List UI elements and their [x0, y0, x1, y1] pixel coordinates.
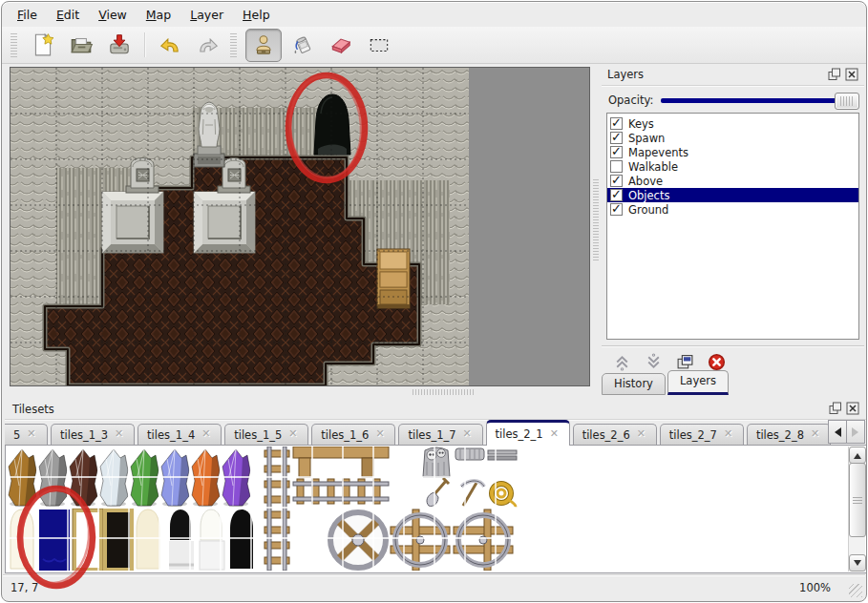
- scroll-down-button[interactable]: [849, 554, 866, 572]
- move-layer-down-button[interactable]: [643, 351, 664, 372]
- tab-scroll-right-button[interactable]: [847, 420, 865, 444]
- tab-close-icon[interactable]: [115, 429, 125, 440]
- tileset-tab-tiles_2_7[interactable]: tiles_2_7: [660, 424, 744, 445]
- layer-visibility-checkbox[interactable]: [610, 203, 623, 216]
- tileset-grid[interactable]: [7, 447, 828, 571]
- tileset-tab-tiles_2_8[interactable]: tiles_2_8: [747, 424, 831, 445]
- toolbar-grip[interactable]: [11, 32, 17, 57]
- opacity-slider-track[interactable]: [661, 98, 857, 103]
- tileset-tab-5[interactable]: 5: [5, 424, 48, 445]
- left-arrow-icon: [830, 427, 841, 437]
- layer-label: Keys: [628, 117, 858, 131]
- tilesets-panel-titlebar: Tilesets: [5, 400, 867, 420]
- tab-close-icon[interactable]: [27, 429, 37, 440]
- tab-close-icon[interactable]: [201, 429, 212, 440]
- menu-help[interactable]: Help: [233, 5, 280, 26]
- layer-row-spawn[interactable]: Spawn: [607, 131, 858, 145]
- layer-row-ground[interactable]: Ground: [607, 202, 858, 217]
- tab-close-icon[interactable]: [811, 429, 821, 440]
- delete-layer-icon: [708, 353, 726, 371]
- eraser-tool-button[interactable]: [324, 30, 358, 61]
- zoom-level: 100%: [799, 581, 831, 594]
- layer-row-walkable[interactable]: Walkable: [607, 159, 858, 174]
- tileset-tab-tiles_2_1[interactable]: tiles_2_1: [486, 420, 570, 446]
- redo-icon: [196, 32, 221, 57]
- scrollbar-thumb[interactable]: [849, 463, 866, 537]
- tab-close-icon[interactable]: [550, 429, 561, 440]
- delete-layer-button[interactable]: [706, 351, 727, 372]
- opacity-slider-handle[interactable]: [835, 93, 859, 110]
- horizontal-splitter[interactable]: [10, 387, 588, 397]
- tab-close-icon[interactable]: [724, 429, 734, 440]
- layer-label: Mapevents: [628, 146, 858, 159]
- right-arrow-icon: [852, 427, 863, 437]
- menu-file[interactable]: File: [8, 5, 47, 26]
- opacity-row: Opacity:: [608, 93, 859, 108]
- tab-layers[interactable]: Layers: [667, 370, 729, 395]
- tileset-tab-tiles_1_5[interactable]: tiles_1_5: [224, 424, 308, 445]
- save-file-button[interactable]: [102, 30, 137, 61]
- menu-view[interactable]: View: [89, 5, 137, 26]
- tab-history[interactable]: History: [602, 373, 666, 395]
- fill-tool-button[interactable]: [286, 30, 320, 61]
- map-canvas[interactable]: [10, 67, 590, 386]
- menu-map[interactable]: Map: [137, 5, 180, 26]
- float-panel-icon[interactable]: [828, 68, 841, 81]
- float-panel-icon[interactable]: [829, 402, 842, 415]
- layer-list: Keys Spawn Mapevents Walkable Above Obje…: [606, 113, 859, 340]
- opacity-slider[interactable]: [661, 93, 859, 108]
- layers-panel-titlebar: Layers: [602, 65, 864, 86]
- tab-close-icon[interactable]: [288, 429, 299, 440]
- close-panel-icon[interactable]: [846, 402, 859, 415]
- duplicate-layer-button[interactable]: [674, 351, 695, 372]
- toolbar-grip-2[interactable]: [230, 32, 237, 57]
- rect-select-tool-button[interactable]: [362, 30, 396, 61]
- close-panel-icon[interactable]: [845, 68, 858, 81]
- toolbar-separator: [144, 32, 145, 57]
- move-layer-up-button[interactable]: [611, 351, 632, 372]
- layer-row-mapevents[interactable]: Mapevents: [607, 145, 858, 159]
- open-file-button[interactable]: [64, 30, 98, 61]
- layer-visibility-checkbox[interactable]: [610, 132, 623, 144]
- dock-bottom-tabs: History Layers: [602, 371, 730, 395]
- tab-scroll-left-button[interactable]: [828, 420, 847, 444]
- move-layer-down-icon: [645, 353, 663, 371]
- stamp-tool-button[interactable]: [245, 29, 282, 62]
- fill-tool-icon: [290, 32, 315, 57]
- redo-button[interactable]: [191, 30, 225, 61]
- layer-row-above[interactable]: Above: [607, 174, 858, 188]
- opacity-label: Opacity:: [608, 94, 653, 107]
- tileset-content: [5, 445, 867, 573]
- tileset-tab-tiles_2_6[interactable]: tiles_2_6: [573, 424, 657, 445]
- layers-panel-title: Layers: [607, 68, 644, 81]
- status-bar: 17, 7 100%: [3, 574, 865, 600]
- layer-visibility-checkbox[interactable]: [610, 117, 623, 130]
- open-file-icon: [69, 32, 94, 57]
- undo-button[interactable]: [153, 30, 187, 61]
- up-arrow-icon: [854, 449, 861, 459]
- tileset-scrollbar[interactable]: [848, 447, 865, 572]
- resize-grip[interactable]: [849, 584, 862, 597]
- layer-visibility-checkbox[interactable]: [610, 146, 623, 158]
- layer-label: Above: [628, 175, 858, 188]
- tab-close-icon[interactable]: [637, 429, 647, 440]
- menu-edit[interactable]: Edit: [47, 5, 89, 26]
- scroll-up-button[interactable]: [849, 447, 866, 464]
- tab-close-icon[interactable]: [375, 429, 386, 440]
- tileset-tab-tiles_1_7[interactable]: tiles_1_7: [398, 424, 482, 445]
- layer-visibility-checkbox[interactable]: [610, 189, 623, 201]
- tileset-tab-tiles_1_6[interactable]: tiles_1_6: [311, 424, 395, 445]
- tileset-tab-tiles_1_4[interactable]: tiles_1_4: [138, 424, 222, 445]
- layer-visibility-checkbox[interactable]: [610, 160, 623, 173]
- menu-layer[interactable]: Layer: [180, 5, 233, 26]
- map-art: [11, 68, 469, 385]
- tab-close-icon[interactable]: [463, 429, 474, 440]
- layer-row-keys[interactable]: Keys: [607, 116, 858, 131]
- vertical-splitter[interactable]: [591, 67, 601, 385]
- layer-row-objects[interactable]: Objects: [607, 188, 858, 202]
- layer-visibility-checkbox[interactable]: [610, 175, 623, 187]
- new-file-button[interactable]: [26, 30, 60, 61]
- layers-panel: Layers Opacity: Keys: [602, 65, 864, 395]
- tileset-tab-tiles_1_3[interactable]: tiles_1_3: [51, 424, 135, 445]
- rect-select-tool-icon: [367, 32, 392, 57]
